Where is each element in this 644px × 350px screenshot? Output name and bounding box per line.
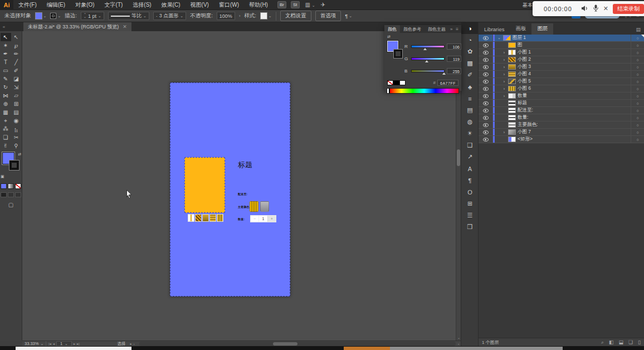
layer-target-icon[interactable]: ○ — [631, 136, 644, 143]
layer-target-icon[interactable]: ○ — [631, 42, 644, 48]
menu-file[interactable]: 文件(F) — [13, 0, 42, 10]
collapse-dock-chevron-icon[interactable]: « — [0, 22, 8, 31]
layer-row[interactable]: › 小图 4 ○ — [479, 71, 644, 78]
expand-chevron-icon[interactable]: › — [502, 94, 506, 98]
free-transform-tool[interactable]: ▱ — [11, 91, 22, 100]
visibility-toggle[interactable] — [479, 114, 493, 121]
color-guide-icon[interactable]: ◔ — [461, 34, 479, 46]
stroke-color-dropdown[interactable]: ⌄ — [50, 13, 61, 19]
tab-color-themes[interactable]: 颜色主题 — [425, 25, 449, 33]
artboard-number-dropdown[interactable]: 1⌄ — [56, 341, 72, 346]
draw-normal-mode-button[interactable] — [1, 192, 7, 197]
flip-fill-stroke-icon[interactable]: ⇄ — [387, 35, 391, 39]
layer-thumbnail[interactable] — [503, 35, 511, 41]
tab-color-guide[interactable]: 颜色参考 — [400, 25, 425, 33]
hex-value-field[interactable]: 6A77FF — [437, 80, 458, 86]
expand-chevron-icon[interactable]: › — [502, 87, 506, 91]
document-tab[interactable]: 未标题-2.ai* @ 33.33% (RGB/GPU 预览) ✕ — [23, 22, 131, 31]
paragraph-icon[interactable]: ¶ — [461, 174, 479, 186]
layer-name[interactable]: 图 — [518, 42, 523, 48]
paintbrush-tool[interactable]: ✐ — [11, 66, 22, 75]
tab-layers[interactable]: 图层 — [531, 23, 553, 35]
layer-row[interactable]: 配送至: ○ — [479, 107, 644, 114]
color-panel-icon[interactable]: ◑ — [461, 22, 479, 34]
column-graph-tool[interactable]: ⣦ — [11, 125, 22, 133]
color-option-swatch-2[interactable] — [260, 201, 269, 212]
rotate-tool[interactable]: ↻ — [1, 83, 11, 91]
stroke-proxy-swatch[interactable] — [9, 161, 19, 170]
opentype-icon[interactable]: O — [461, 186, 479, 198]
layer-thumbnail[interactable] — [508, 108, 516, 113]
delete-layer-icon[interactable]: ▯ — [638, 339, 641, 346]
expand-chevron-icon[interactable]: › — [502, 72, 506, 76]
visibility-toggle[interactable] — [479, 56, 493, 63]
taskbar-gray-segment[interactable] — [390, 347, 563, 350]
default-fill-stroke-icon[interactable]: ▣ — [1, 174, 4, 179]
make-clip-mask-icon[interactable]: ◧ — [609, 339, 614, 346]
visibility-toggle[interactable] — [479, 49, 493, 56]
layer-thumbnail[interactable] — [508, 122, 516, 128]
layer-row[interactable]: › 小图 7 ○ — [479, 129, 644, 136]
opacity-expand-icon[interactable]: › — [239, 14, 240, 18]
visibility-toggle[interactable] — [479, 93, 493, 99]
layer-row[interactable]: › 小图 5 ○ — [479, 78, 644, 85]
layer-name[interactable]: 小图 6 — [518, 85, 531, 92]
layer-thumbnail[interactable] — [508, 57, 516, 62]
layer-thumbnail[interactable] — [508, 129, 516, 135]
transparency-icon[interactable]: ◍ — [461, 116, 479, 128]
menu-window[interactable]: 窗口(W) — [214, 0, 244, 10]
opacity-field[interactable]: 100% — [217, 12, 235, 20]
layer-target-icon[interactable]: ○ — [631, 85, 644, 92]
artboard[interactable]: 标题 配送至: 主要颜色: 数量: − 1 — [170, 82, 290, 296]
tab-artboards[interactable]: 画板 — [510, 23, 531, 35]
fill-color-swatch[interactable] — [35, 12, 42, 20]
layer-thumbnail[interactable] — [508, 86, 516, 91]
layer-thumbnail[interactable] — [508, 50, 516, 55]
stop-recording-button[interactable]: 结束录制 — [613, 4, 644, 14]
quantity-plus-button[interactable]: + — [267, 216, 276, 222]
tab-color[interactable]: 颜色 — [384, 25, 400, 33]
expand-chevron-icon[interactable]: › — [502, 65, 506, 69]
next-artboard-button[interactable]: ▸ — [74, 342, 75, 346]
microphone-icon[interactable] — [593, 4, 599, 14]
menu-type[interactable]: 文字(T) — [100, 0, 128, 10]
selection-tool[interactable]: ↖ — [1, 33, 11, 41]
fill-color-dropdown[interactable]: ⌄ — [35, 12, 47, 20]
layer-thumbnail[interactable] — [508, 71, 516, 77]
red-value-field[interactable]: 106 — [447, 43, 461, 50]
width-profile-dropdown[interactable]: 等比 ⌄ — [108, 12, 149, 20]
layer-target-icon[interactable]: ○ — [631, 93, 644, 99]
draw-inside-mode-button[interactable] — [15, 192, 21, 197]
draw-behind-mode-button[interactable] — [8, 192, 14, 197]
layer-thumbnail[interactable] — [508, 42, 516, 48]
layer-name[interactable]: 小图 3 — [518, 64, 531, 70]
green-slider-thumb[interactable] — [425, 60, 428, 62]
rectangle-tool[interactable]: ▭ — [1, 66, 11, 75]
stock-button[interactable]: St — [291, 1, 300, 8]
visibility-toggle[interactable] — [479, 100, 493, 106]
layer-name[interactable]: 图层 1 — [513, 35, 526, 41]
share-icon[interactable]: ✈ — [321, 2, 325, 8]
horizontal-scrollbar[interactable] — [139, 342, 456, 346]
product-thumbnail[interactable] — [195, 214, 202, 222]
gradient-tool[interactable]: ▤ — [11, 108, 22, 116]
style-dropdown[interactable]: ⌄ — [260, 12, 272, 20]
visibility-toggle[interactable] — [479, 64, 493, 70]
layer-target-icon[interactable]: ○ — [631, 56, 644, 63]
layer-row[interactable]: › 小图 1 ○ — [479, 49, 644, 56]
shaper-tool[interactable]: ✎ — [1, 75, 11, 83]
gradient-button[interactable] — [8, 183, 14, 189]
product-thumbnail[interactable] — [209, 214, 216, 222]
stepper-arrows-icon[interactable]: ⌃⌄ — [84, 14, 86, 18]
scale-tool[interactable]: ⇲ — [11, 83, 22, 91]
layer-name[interactable]: 小图 5 — [518, 78, 531, 85]
layer-target-icon[interactable]: ○ — [631, 78, 644, 85]
menu-object[interactable]: 对象(O) — [70, 0, 99, 10]
lasso-tool[interactable]: ℘ — [11, 41, 22, 50]
quantity-minus-button[interactable]: − — [251, 216, 259, 222]
arrange-documents-icon[interactable]: ▥ ⌄ — [305, 2, 315, 8]
layer-target-icon[interactable]: ○ — [631, 114, 644, 121]
layer-row[interactable]: › 小图 3 ○ — [479, 64, 644, 71]
layer-name[interactable]: 主要颜色: — [518, 121, 538, 128]
blue-value-field[interactable]: 255 — [447, 68, 461, 74]
